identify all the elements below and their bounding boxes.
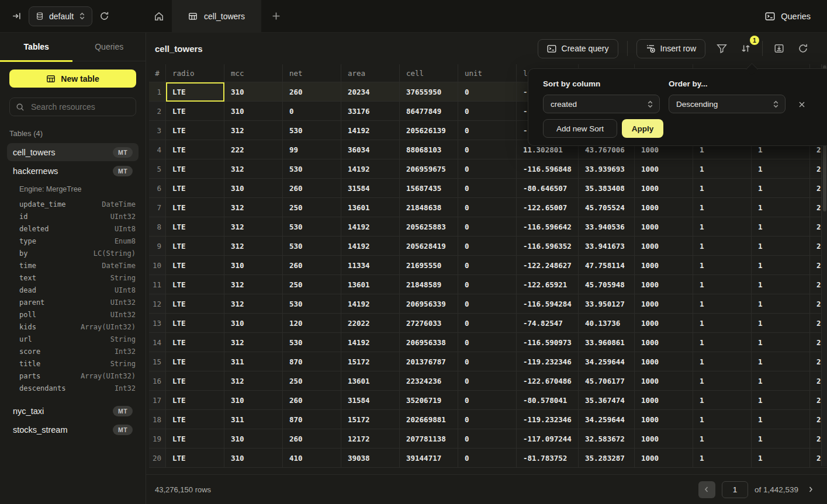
table-cell[interactable]: LTE xyxy=(166,449,224,468)
table-cell[interactable]: LTE xyxy=(166,121,224,140)
table-cell[interactable]: LTE xyxy=(166,391,224,410)
sort-order-select[interactable]: Descending xyxy=(669,95,786,113)
table-cell[interactable]: 205625883 xyxy=(400,217,458,237)
table-cell[interactable]: 1000 xyxy=(635,179,693,198)
table-cell[interactable]: -116.596642 xyxy=(517,217,579,237)
table-cell[interactable]: 205628419 xyxy=(400,237,458,256)
table-cell[interactable]: LTE xyxy=(166,333,224,352)
table-cell[interactable]: LTE xyxy=(166,275,224,294)
table-cell[interactable]: 310 xyxy=(224,82,283,102)
table-cell[interactable]: LTE xyxy=(166,410,224,429)
table-cell[interactable]: LTE xyxy=(166,237,224,256)
table-cell[interactable]: 312 xyxy=(224,333,283,352)
table-cell[interactable]: 1000 xyxy=(635,159,693,179)
table-cell[interactable]: 0 xyxy=(458,102,517,121)
table-cell[interactable]: 260 xyxy=(283,82,341,102)
table-cell[interactable]: 34.259644 xyxy=(579,352,635,371)
table-cell[interactable]: LTE xyxy=(166,102,224,121)
table-cell[interactable]: 1000 xyxy=(635,352,693,371)
table-cell[interactable]: 0 xyxy=(458,294,517,314)
table-cell[interactable]: 36034 xyxy=(341,140,400,159)
table-cell[interactable]: 86477849 xyxy=(400,102,458,121)
table-cell[interactable]: 1 xyxy=(693,275,752,294)
table-cell[interactable]: 312 xyxy=(224,275,283,294)
sidebar-table-cell_towers[interactable]: cell_towersMT xyxy=(7,143,139,161)
tab-cell-towers[interactable]: cell_towers xyxy=(172,0,261,33)
table-cell[interactable]: 1 xyxy=(752,391,810,410)
sidebar-tab-tables[interactable]: Tables xyxy=(0,33,73,61)
table-cell[interactable]: 310 xyxy=(224,179,283,198)
table-cell[interactable]: 21695550 xyxy=(400,256,458,275)
row-number[interactable]: 13 xyxy=(149,314,166,333)
table-cell[interactable]: 45.705948 xyxy=(579,275,635,294)
next-page-button[interactable] xyxy=(805,484,816,495)
table-cell[interactable]: 1 xyxy=(693,333,752,352)
table-cell[interactable]: 1000 xyxy=(635,217,693,237)
table-cell[interactable]: LTE xyxy=(166,82,224,102)
table-cell[interactable]: 310 xyxy=(224,429,283,449)
table-cell[interactable]: 0 xyxy=(458,314,517,333)
table-cell[interactable]: 1000 xyxy=(635,275,693,294)
sidebar-table-stocks_stream[interactable]: stocks_streamMT xyxy=(7,420,139,439)
sort-column-select[interactable]: created xyxy=(543,95,660,113)
table-cell[interactable]: 31584 xyxy=(341,179,400,198)
table-cell[interactable]: LTE xyxy=(166,352,224,371)
table-cell[interactable]: 530 xyxy=(283,294,341,314)
table-cell[interactable]: 250 xyxy=(283,198,341,217)
table-cell[interactable]: 310 xyxy=(224,391,283,410)
remove-sort-button[interactable] xyxy=(794,97,809,112)
table-cell[interactable]: 0 xyxy=(458,82,517,102)
table-cell[interactable]: -81.783752 xyxy=(517,449,579,468)
table-cell[interactable]: 870 xyxy=(283,352,341,371)
table-cell[interactable]: 0 xyxy=(458,217,517,237)
table-cell[interactable]: 530 xyxy=(283,217,341,237)
row-number[interactable]: 15 xyxy=(149,352,166,371)
row-number[interactable]: 4 xyxy=(149,140,166,159)
table-cell[interactable]: 1 xyxy=(693,391,752,410)
table-cell[interactable]: 37655950 xyxy=(400,82,458,102)
filter-icon[interactable] xyxy=(714,41,729,56)
row-number[interactable]: 6 xyxy=(149,179,166,198)
row-number[interactable]: 2 xyxy=(149,102,166,121)
table-cell[interactable]: 0 xyxy=(283,102,341,121)
table-cell[interactable]: 1 xyxy=(693,449,752,468)
table-cell[interactable]: 222 xyxy=(224,140,283,159)
sidebar-table-nyc_taxi[interactable]: nyc_taxiMT xyxy=(7,402,139,420)
row-number[interactable]: 7 xyxy=(149,198,166,217)
table-cell[interactable]: 35.283287 xyxy=(579,449,635,468)
sidebar-table-hackernews[interactable]: hackernewsMT xyxy=(7,162,139,180)
table-cell[interactable]: 1 xyxy=(693,237,752,256)
table-cell[interactable]: 530 xyxy=(283,121,341,140)
table-cell[interactable]: -117.097244 xyxy=(517,429,579,449)
sidebar-tab-queries[interactable]: Queries xyxy=(73,33,146,61)
table-cell[interactable]: 35206719 xyxy=(400,391,458,410)
download-icon[interactable] xyxy=(771,41,787,56)
table-cell[interactable]: 13601 xyxy=(341,371,400,391)
table-cell[interactable]: 39038 xyxy=(341,449,400,468)
table-cell[interactable]: 0 xyxy=(458,333,517,352)
table-cell[interactable]: 15172 xyxy=(341,352,400,371)
table-cell[interactable]: 1 xyxy=(752,159,810,179)
table-cell[interactable]: LTE xyxy=(166,217,224,237)
table-cell[interactable]: -122.248627 xyxy=(517,256,579,275)
table-cell[interactable]: 47.758114 xyxy=(579,256,635,275)
row-number[interactable]: 12 xyxy=(149,294,166,314)
table-cell[interactable]: LTE xyxy=(166,294,224,314)
table-cell[interactable]: 312 xyxy=(224,121,283,140)
table-cell[interactable]: 15172 xyxy=(341,410,400,429)
column-header-area[interactable]: area xyxy=(341,64,400,82)
table-cell[interactable]: 1000 xyxy=(635,237,693,256)
table-cell[interactable]: 33176 xyxy=(341,102,400,121)
row-number[interactable]: 10 xyxy=(149,256,166,275)
table-cell[interactable]: 34.259644 xyxy=(579,410,635,429)
table-cell[interactable]: 1 xyxy=(693,256,752,275)
new-table-button[interactable]: New table xyxy=(9,69,136,88)
table-cell[interactable]: LTE xyxy=(166,179,224,198)
create-query-button[interactable]: Create query xyxy=(538,39,618,58)
table-cell[interactable]: -74.82547 xyxy=(517,314,579,333)
column-header-radio[interactable]: radio xyxy=(166,64,224,82)
row-number[interactable]: 16 xyxy=(149,371,166,391)
table-cell[interactable]: -116.596848 xyxy=(517,159,579,179)
table-cell[interactable]: 250 xyxy=(283,371,341,391)
table-cell[interactable]: 11334 xyxy=(341,256,400,275)
